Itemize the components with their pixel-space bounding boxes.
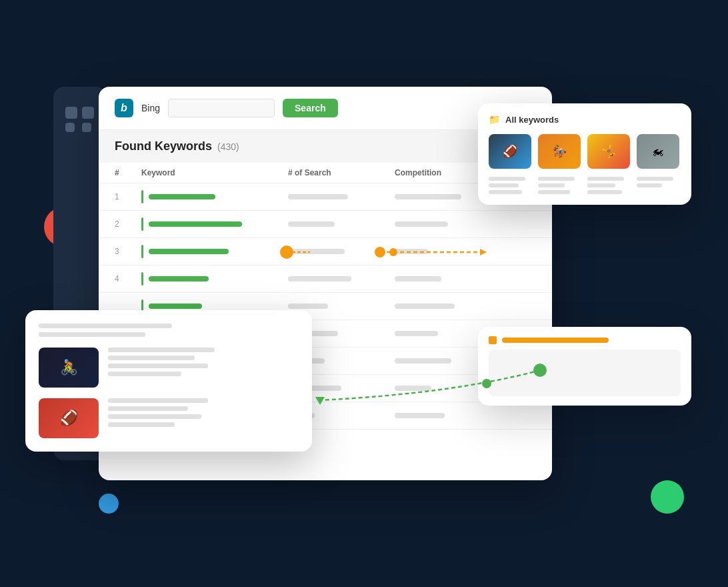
row-num: 2 <box>115 219 141 229</box>
keyword-accent <box>141 272 143 285</box>
competition-bar <box>395 304 455 309</box>
deco-circle-blue <box>99 494 119 514</box>
deco-circle-green <box>651 480 684 514</box>
competition-bar <box>395 194 461 199</box>
bing-label: Bing <box>141 103 160 113</box>
grid-cell <box>65 107 77 119</box>
sport-image-4: 🏍 <box>637 134 679 169</box>
blc-image-football: 🏈 <box>39 398 99 438</box>
competition-bar <box>395 221 448 227</box>
blc-text-bar <box>108 364 208 368</box>
blc-item-football: 🏈 <box>39 398 299 438</box>
pt-bar <box>587 183 615 187</box>
keyword-cell <box>141 272 288 285</box>
panel-text-col <box>637 177 681 194</box>
search-bar-val <box>288 249 345 254</box>
sport-image-1: 🏈 <box>489 134 531 169</box>
grid-cell <box>82 123 91 132</box>
blc-bar <box>39 324 172 328</box>
keyword-cell <box>141 245 288 258</box>
pt-bar <box>489 190 522 194</box>
pt-bar <box>489 183 519 187</box>
panel-text-rows <box>489 177 681 194</box>
panel-header: 📁 All keywords <box>489 114 681 125</box>
right-panel: 📁 All keywords 🏈 🏇 🤸 🏍 <box>478 103 691 205</box>
keywords-title: Found Keywords <box>115 139 212 153</box>
sport-image-2: 🏇 <box>538 134 581 169</box>
keyword-cell <box>141 190 288 203</box>
grid-cell <box>65 123 75 132</box>
table-row: 4 <box>99 265 552 293</box>
search-bar-val <box>288 221 335 227</box>
keyword-accent <box>141 217 143 231</box>
keyword-accent <box>141 190 143 203</box>
keywords-count: (430) <box>217 141 239 152</box>
brp-orange-bar <box>502 338 609 343</box>
bottom-right-panel <box>478 327 691 406</box>
sidebar-grid-icon <box>65 107 95 132</box>
blc-item-cycling: 🚴 <box>39 348 299 388</box>
row-num: 4 <box>115 274 141 283</box>
col-search: # of Search <box>288 168 395 177</box>
search-button[interactable]: Search <box>283 99 338 117</box>
search-bar-val <box>288 304 328 309</box>
pt-bar <box>587 190 622 194</box>
blc-text-bar <box>108 414 201 419</box>
blc-text-block <box>39 324 299 337</box>
keyword-bar <box>149 194 215 199</box>
blc-text-bar <box>108 406 188 411</box>
blc-items: 🚴 🏈 <box>39 348 299 438</box>
row-num: 1 <box>115 192 141 201</box>
keyword-bar <box>149 221 242 227</box>
pt-bar <box>637 177 673 181</box>
pt-bar <box>538 183 565 187</box>
folder-icon: 📁 <box>489 114 500 125</box>
search-bar-val <box>288 276 351 281</box>
bing-logo: b <box>115 99 133 117</box>
competition-bar <box>395 413 445 418</box>
panel-text-col <box>587 177 631 194</box>
blc-bar <box>39 332 145 337</box>
blc-text-bar <box>108 398 208 403</box>
competition-bar <box>395 331 438 336</box>
table-row: 3 <box>99 238 552 265</box>
competition-bar <box>395 358 451 364</box>
blc-image-cycling: 🚴 <box>39 348 99 388</box>
pt-bar <box>489 177 525 181</box>
col-keyword: Keyword <box>141 168 288 177</box>
blc-text-bar <box>108 422 175 427</box>
competition-bar <box>395 386 431 391</box>
col-num: # <box>115 168 141 177</box>
pt-bar <box>538 177 575 181</box>
panel-title: All keywords <box>505 115 559 125</box>
table-row: 2 <box>99 211 552 238</box>
images-row: 🏈 🏇 🤸 🏍 <box>489 134 681 169</box>
keyword-bar <box>149 304 202 309</box>
pt-bar <box>587 177 624 181</box>
pt-bar <box>637 183 662 187</box>
brp-bar-row <box>489 336 681 344</box>
pt-bar <box>538 190 570 194</box>
brp-gray-block <box>489 350 681 396</box>
keyword-accent <box>141 245 143 258</box>
sport-image-3: 🤸 <box>587 134 630 169</box>
competition-bar <box>395 249 428 254</box>
panel-text-col <box>489 177 533 194</box>
competition-bar <box>395 276 441 281</box>
grid-cell <box>82 107 94 119</box>
row-num: 3 <box>115 247 141 256</box>
keyword-bar <box>149 276 209 281</box>
blc-text-cycling <box>108 348 299 376</box>
blc-text-bar <box>108 348 215 352</box>
bottom-left-card: 🚴 🏈 <box>25 310 312 452</box>
keyword-bar <box>149 249 229 254</box>
search-input[interactable] <box>168 99 275 117</box>
search-bar-val <box>288 194 348 199</box>
blc-text-bar <box>108 356 195 360</box>
blc-text-bar <box>108 372 181 376</box>
brp-orange-square <box>489 336 497 344</box>
panel-text-col <box>538 177 582 194</box>
keyword-cell <box>141 217 288 231</box>
blc-text-football <box>108 398 299 427</box>
